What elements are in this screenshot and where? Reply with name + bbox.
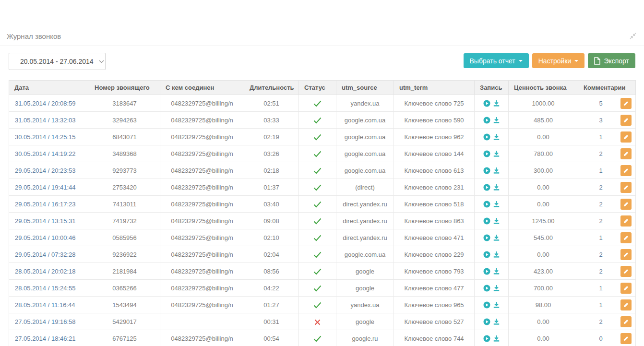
- toolbar-buttons: Выбрать отчет Настройки Экспорт: [464, 53, 635, 68]
- column-header-3: С кем соединен: [160, 81, 244, 95]
- play-record-icon[interactable]: [483, 301, 490, 309]
- edit-comment-button[interactable]: [620, 333, 632, 344]
- call-date-link[interactable]: 31.05.2014 / 20:08:59: [15, 100, 76, 107]
- call-date-link[interactable]: 27.05.2014 / 18:46:21: [15, 335, 76, 342]
- download-record-icon[interactable]: [493, 251, 500, 258]
- download-record-icon[interactable]: [493, 234, 500, 241]
- download-record-icon[interactable]: [493, 201, 500, 208]
- settings-button[interactable]: Настройки: [532, 53, 585, 68]
- connected-to-cell: 0482329725@billing/n: [160, 129, 244, 145]
- edit-comment-button[interactable]: [620, 131, 632, 143]
- play-record-icon[interactable]: [483, 150, 490, 157]
- play-record-icon[interactable]: [483, 234, 490, 241]
- call-date-link[interactable]: 30.05.2014 / 14:19:22: [15, 150, 76, 157]
- comment-count-link[interactable]: 1: [581, 133, 620, 141]
- edit-comment-button[interactable]: [620, 98, 632, 109]
- call-date-link[interactable]: 28.05.2014 / 20:02:18: [15, 268, 76, 275]
- play-record-icon[interactable]: [483, 251, 490, 258]
- column-header-7: utm_term: [394, 81, 475, 95]
- download-record-icon[interactable]: [493, 133, 500, 141]
- utm-source-cell: google.ru: [336, 330, 394, 346]
- edit-comment-button[interactable]: [620, 115, 632, 126]
- download-record-icon[interactable]: [493, 217, 500, 225]
- edit-comment-button[interactable]: [620, 316, 632, 327]
- pencil-icon: [623, 100, 629, 107]
- comment-count-link[interactable]: 1: [581, 167, 620, 174]
- comment-count-link[interactable]: 2: [581, 268, 620, 275]
- play-record-icon[interactable]: [483, 285, 490, 292]
- comment-count-link[interactable]: 2: [581, 318, 620, 325]
- call-date-link[interactable]: 29.05.2014 / 10:00:46: [15, 234, 76, 241]
- call-date-link[interactable]: 28.05.2014 / 11:16:44: [15, 301, 75, 309]
- toolbar: 20.05.2014 - 27.06.2014 Выбрать отчет На…: [0, 46, 644, 70]
- download-record-icon[interactable]: [493, 335, 500, 342]
- download-record-icon[interactable]: [493, 150, 500, 157]
- date-range-picker[interactable]: 20.05.2014 - 27.06.2014: [9, 53, 106, 70]
- download-record-icon[interactable]: [493, 167, 500, 174]
- comment-count-link[interactable]: 2: [581, 251, 620, 258]
- pencil-icon: [623, 184, 629, 191]
- edit-comment-button[interactable]: [620, 249, 632, 260]
- download-record-icon[interactable]: [493, 285, 500, 292]
- select-report-button[interactable]: Выбрать отчет: [464, 53, 529, 68]
- play-record-icon[interactable]: [483, 100, 490, 107]
- connected-to-cell: 0482329725@billing/n: [160, 280, 244, 297]
- play-record-icon[interactable]: [483, 117, 490, 124]
- pencil-icon: [623, 134, 629, 140]
- call-date-link[interactable]: 29.05.2014 / 16:17:23: [15, 201, 76, 208]
- comment-count-link[interactable]: 2: [581, 150, 620, 157]
- comment-count-link[interactable]: 2: [581, 184, 620, 191]
- download-record-icon[interactable]: [493, 301, 500, 309]
- play-record-icon[interactable]: [483, 167, 490, 174]
- comment-count-link[interactable]: 5: [581, 100, 620, 107]
- play-record-icon[interactable]: [483, 335, 490, 342]
- edit-comment-button[interactable]: [620, 165, 632, 176]
- play-record-icon[interactable]: [483, 217, 490, 225]
- comment-count-link[interactable]: 1: [581, 234, 620, 241]
- play-record-icon[interactable]: [483, 201, 490, 208]
- call-date-link[interactable]: 29.05.2014 / 07:32:28: [15, 251, 76, 258]
- comment-count-link[interactable]: 1: [581, 301, 620, 309]
- call-date-link[interactable]: 30.05.2014 / 14:25:15: [15, 133, 76, 141]
- comment-count-link[interactable]: 2: [581, 201, 620, 208]
- comments-cell: 0: [578, 330, 636, 346]
- call-date-link[interactable]: 29.05.2014 / 19:41:44: [15, 184, 76, 191]
- download-record-icon[interactable]: [493, 318, 500, 325]
- download-record-icon[interactable]: [493, 184, 500, 191]
- call-date-link[interactable]: 31.05.2014 / 13:32:03: [15, 117, 76, 124]
- edit-comment-button[interactable]: [620, 182, 632, 193]
- caller-number-cell: 3183647: [89, 95, 160, 112]
- duration-cell: 09:08: [244, 213, 299, 229]
- download-record-icon[interactable]: [493, 100, 500, 107]
- caret-down-icon: [519, 60, 523, 62]
- play-record-icon[interactable]: [483, 133, 490, 141]
- edit-comment-button[interactable]: [620, 283, 632, 294]
- edit-comment-button[interactable]: [620, 266, 632, 277]
- edit-comment-button[interactable]: [620, 199, 632, 210]
- edit-comment-button[interactable]: [620, 215, 632, 227]
- table-row: 31.05.2014 / 13:32:0332942630482329725@b…: [9, 112, 636, 129]
- pencil-icon: [623, 302, 629, 308]
- export-button[interactable]: Экспорт: [588, 53, 635, 68]
- call-date-link[interactable]: 29.05.2014 / 20:23:53: [15, 167, 76, 174]
- download-record-icon[interactable]: [493, 117, 500, 124]
- comment-count-link[interactable]: 1: [581, 285, 620, 292]
- collapse-panel-button[interactable]: [629, 32, 637, 40]
- record-controls: [483, 201, 500, 208]
- edit-comment-button[interactable]: [620, 148, 632, 159]
- call-date-link[interactable]: 27.05.2014 / 19:16:58: [15, 318, 76, 325]
- call-value-cell: 0.00: [509, 196, 578, 213]
- comment-count-link[interactable]: 0: [581, 335, 620, 342]
- play-record-icon[interactable]: [483, 268, 490, 275]
- comment-count-link[interactable]: 3: [581, 117, 620, 124]
- call-date-link[interactable]: 29.05.2014 / 13:15:31: [15, 217, 76, 225]
- play-record-icon[interactable]: [483, 184, 490, 191]
- edit-comment-button[interactable]: [620, 232, 632, 243]
- utm-term-cell: Ключевое слово 613: [394, 162, 475, 179]
- edit-comment-button[interactable]: [620, 299, 632, 310]
- call-date-link[interactable]: 28.05.2014 / 15:24:55: [15, 285, 76, 292]
- comment-count-link[interactable]: 2: [581, 217, 620, 225]
- play-record-icon[interactable]: [483, 318, 490, 325]
- call-date-cell: 29.05.2014 / 10:00:46: [9, 229, 89, 246]
- download-record-icon[interactable]: [493, 268, 500, 275]
